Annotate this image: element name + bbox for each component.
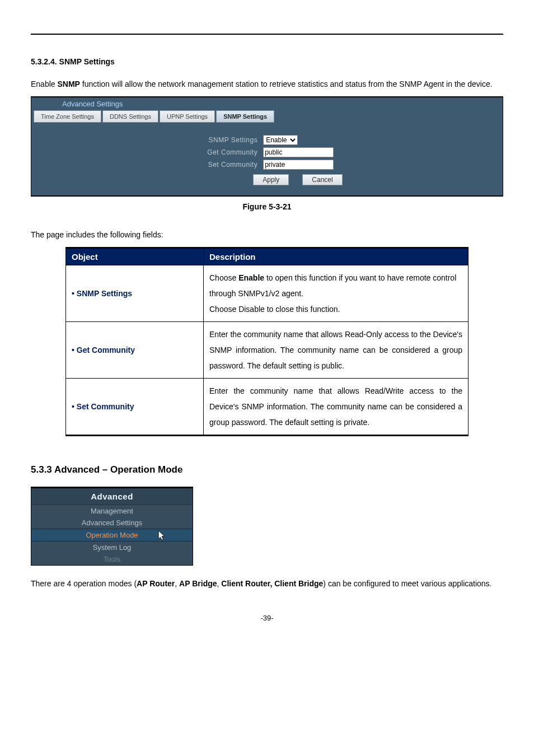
tab-upnp-settings[interactable]: UPNP Settings [160,110,215,123]
menu-item-management[interactable]: Management [31,505,193,517]
snmp-settings-label: SNMP Settings [31,136,263,144]
snmp-intro-paragraph: Enable SNMP function will allow the netw… [31,76,503,92]
advanced-settings-title: Advanced Settings [31,97,503,110]
obj-snmp-settings: SNMP Settings [72,289,132,298]
table-row: SNMP Settings Choose Enable to open this… [66,265,469,322]
operation-modes-paragraph: There are 4 operation modes (AP Router, … [31,576,503,591]
advanced-menu-header: Advanced [31,487,193,505]
object-description-table: Object Description SNMP Settings Choose … [65,247,469,436]
advanced-menu: Advanced Management Advanced Settings Op… [31,487,193,566]
menu-item-system-log[interactable]: System Log [31,542,193,553]
section-title: SNMP Settings [59,57,115,66]
table-header-object: Object [66,248,204,265]
get-community-input[interactable] [263,147,334,157]
tab-row: Time Zone Settings DDNS Settings UPNP Se… [31,110,503,126]
snmp-settings-select[interactable]: Enable [263,135,298,145]
page-number: -39- [31,614,503,622]
cancel-button[interactable]: Cancel [302,174,342,185]
menu-item-operation-mode[interactable]: Operation Mode [31,529,193,542]
set-community-label: Set Community [31,161,263,169]
page-top-rule [31,34,503,35]
desc-set-community: Enter the community name that allows Rea… [204,379,469,436]
obj-set-community: Set Community [72,402,134,411]
get-community-label: Get Community [31,148,263,156]
table-row: Get Community Enter the community name t… [66,322,469,379]
tab-snmp-settings[interactable]: SNMP Settings [216,110,274,123]
obj-get-community: Get Community [72,346,135,354]
tab-time-zone-settings[interactable]: Time Zone Settings [34,110,101,123]
table-row: Set Community Enter the community name t… [66,379,469,436]
desc-snmp-settings: Choose Enable to open this function if y… [204,265,469,322]
table-header-description: Description [204,248,469,265]
tab-ddns-settings[interactable]: DDNS Settings [102,110,158,123]
set-community-input[interactable] [263,160,334,170]
menu-item-tools[interactable]: Tools [31,553,193,565]
fields-intro: The page includes the following fields: [31,227,503,242]
section-heading-5324: 5.3.2.4. SNMP Settings [31,57,503,66]
snmp-form-area: SNMP Settings Enable Get Community Set C… [31,126,503,195]
figure-caption: Figure 5-3-21 [31,202,503,211]
apply-button[interactable]: Apply [253,174,289,185]
desc-get-community: Enter the community name that allows Rea… [204,322,469,379]
section-heading-533: 5.3.3 Advanced – Operation Mode [31,464,503,475]
menu-item-advanced-settings[interactable]: Advanced Settings [31,517,193,529]
advanced-settings-panel: Advanced Settings Time Zone Settings DDN… [31,96,503,197]
section-num: 5.3.2.4. [31,57,57,66]
